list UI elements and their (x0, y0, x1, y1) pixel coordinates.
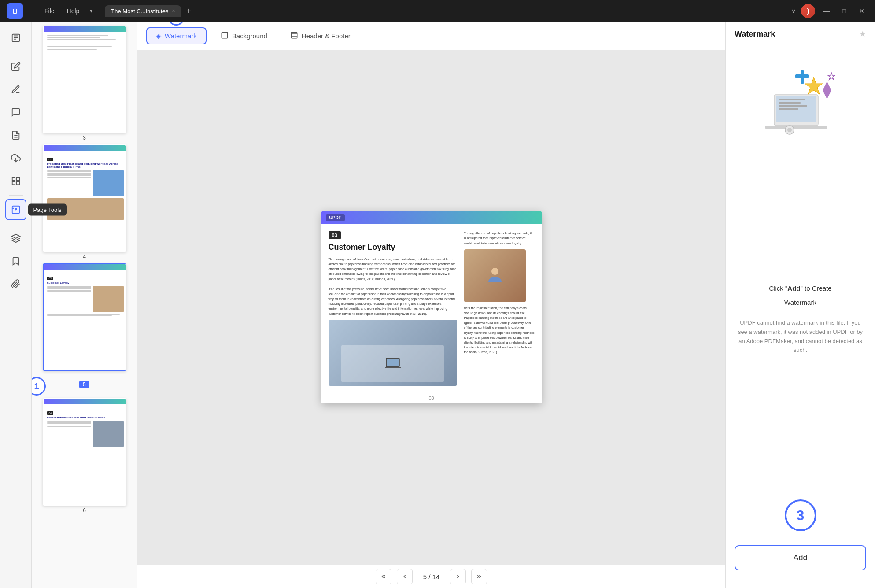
sidebar-item-pages[interactable] (5, 125, 26, 146)
illustration-container (757, 59, 845, 148)
thumbnail-page-3[interactable]: 3 (35, 26, 133, 141)
thumb-gradient-6 (44, 399, 126, 404)
page-chapter-num: 03 (329, 231, 341, 239)
right-panel-content: Click "Add" to Create Watermark UPDF can… (726, 46, 875, 588)
tab-add-button[interactable]: + (183, 5, 195, 18)
sidebar-item-export[interactable] (5, 148, 26, 169)
thumb-image-5 (93, 286, 124, 312)
nav-prev-icon (402, 573, 408, 580)
svg-rect-26 (765, 126, 827, 129)
svg-text:U: U (12, 8, 18, 15)
svg-point-14 (12, 208, 13, 209)
watermark-button[interactable]: ◈ Watermark (146, 27, 207, 44)
thumbnail-page-4[interactable]: 02 Promoting Best Practice and Reducing … (35, 144, 133, 260)
thumb-title-6: Better Customer Services and Communicati… (47, 416, 124, 419)
header-footer-button[interactable]: Header & Footer (281, 28, 359, 44)
thumb-col-text-4 (47, 170, 91, 196)
sidebar-item-edit[interactable] (5, 56, 26, 77)
sidebar-item-bookmark[interactable] (5, 251, 26, 272)
add-button[interactable]: Add (735, 545, 866, 570)
page-right-col: Through the use of paperless banking met… (464, 231, 535, 386)
menu-file[interactable]: File (41, 6, 58, 16)
page-image-right (464, 249, 526, 302)
thumb-img-4: 02 Promoting Best Practice and Reducing … (44, 145, 126, 251)
thumb-line (47, 422, 91, 423)
thumb-line (47, 288, 91, 289)
close-button[interactable]: ✕ (856, 5, 868, 17)
sidebar-page-tools-wrap: Page Tools (5, 199, 26, 220)
tab-close-button[interactable]: × (172, 8, 175, 14)
tab-active[interactable]: The Most C...Institutes × (105, 5, 181, 17)
info-watermark-text: Watermark (735, 297, 866, 308)
sidebar-item-organize[interactable] (5, 170, 26, 192)
nav-next-icon (455, 573, 461, 580)
sidebar-item-comment[interactable] (5, 102, 26, 123)
thumb-label-6: 6 (83, 507, 86, 514)
sidebar-item-attach[interactable] (5, 274, 26, 295)
sidebar-item-page-tools[interactable] (5, 199, 26, 220)
sidebar-sep-2 (9, 195, 23, 196)
thumb-spacer (47, 42, 124, 45)
thumb-twocol-6 (47, 421, 124, 447)
thumbnail-page-5[interactable]: 03 Customer Loyalty (35, 263, 133, 388)
thumb-frame-4: 02 Promoting Best Practice and Reducing … (43, 144, 126, 252)
bottom-area: 3 Add (735, 499, 866, 575)
nav-last-button[interactable] (471, 569, 487, 584)
svg-rect-22 (385, 367, 401, 368)
menu-dropdown-arrow[interactable]: ▾ (90, 8, 92, 14)
page-footer-num: 03 (321, 393, 542, 403)
tab-container: The Most C...Institutes × + (105, 5, 786, 18)
thumb-line (47, 48, 105, 48)
background-button[interactable]: Background (212, 28, 276, 44)
nav-first-button[interactable] (376, 569, 391, 584)
page-right-text-1: Through the use of paperless banking met… (464, 231, 535, 246)
svg-marker-35 (828, 73, 835, 80)
svg-rect-10 (16, 178, 19, 180)
page-separator: / (428, 573, 432, 581)
main-area: Page Tools (0, 22, 875, 588)
nav-first-icon (380, 573, 387, 580)
svg-rect-34 (795, 74, 809, 78)
dropdown-icon[interactable]: ∨ (791, 7, 796, 15)
svg-rect-12 (16, 182, 19, 185)
svg-rect-29 (779, 105, 807, 107)
thumb-line (47, 177, 91, 178)
watermark-icon: ◈ (156, 32, 161, 40)
thumb-image-6 (93, 421, 124, 447)
page-indicator: 5 / 14 (418, 573, 445, 581)
maximize-button[interactable]: □ (838, 5, 850, 17)
titlebar: U File Help ▾ The Most C...Institutes × … (0, 0, 875, 22)
menu-help[interactable]: Help (63, 6, 83, 16)
thumb-img-3 (44, 26, 126, 132)
sidebar-item-annotate[interactable] (5, 79, 26, 100)
info-block: Click "Add" to Create Watermark UPDF can… (735, 283, 866, 355)
minimize-button[interactable]: — (820, 5, 833, 17)
page-body-text-2: As a result of the pressure, banks have … (329, 287, 457, 316)
thumb-title-4: Promoting Best Practice and Reducing Wor… (47, 163, 124, 169)
window-controls: ∨ ) — □ ✕ (791, 4, 868, 18)
thumb-line (47, 291, 91, 292)
thumb-line (47, 35, 108, 36)
sidebar-item-layers[interactable] (5, 228, 26, 249)
background-icon (221, 31, 229, 41)
sidebar-sep-1 (9, 52, 23, 52)
avatar[interactable]: ) (801, 4, 815, 18)
nav-prev-button[interactable] (397, 569, 413, 584)
thumb-num-5: 03 (47, 277, 54, 280)
page-container: UPDF 03 Customer Loyalty The management … (321, 211, 542, 403)
sidebar-item-reader[interactable] (5, 27, 26, 48)
right-panel-header: Watermark ★ (726, 22, 875, 46)
favorite-star-icon[interactable]: ★ (859, 29, 866, 39)
page-chapter-title: Customer Loyalty (329, 243, 457, 252)
nav-next-button[interactable] (450, 569, 466, 584)
svg-rect-30 (779, 108, 798, 110)
svg-marker-15 (11, 234, 19, 238)
updf-logo-icon: U (7, 3, 23, 19)
thumbnail-page-6[interactable]: 04 Better Customer Services and Communic… (35, 398, 133, 514)
step-circle-2-toolbar: 2 (168, 22, 185, 26)
thumb-line (47, 174, 91, 175)
page-body-text-1: The management of banks' current operati… (329, 257, 457, 281)
thumbnail-panel: 3 02 Promoting Best Practice and Reducin… (32, 22, 137, 588)
page-right-text-2: With the implementation, the company's c… (464, 306, 535, 355)
thumb-body-3 (44, 32, 126, 54)
